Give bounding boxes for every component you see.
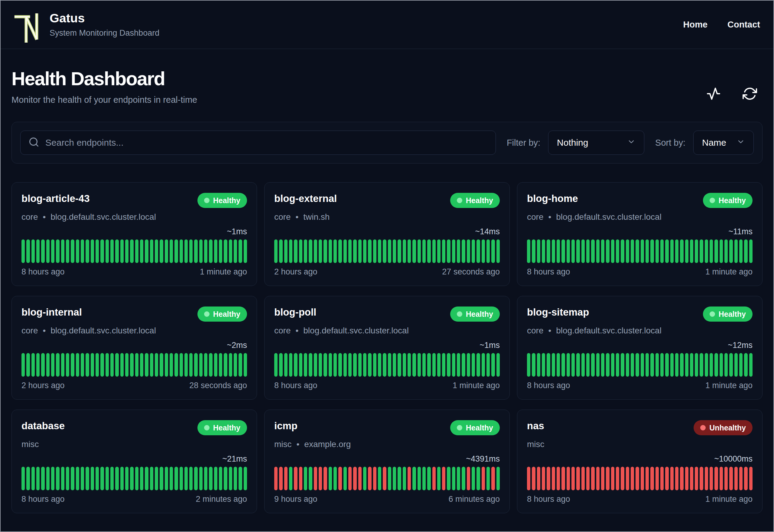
status-bar[interactable] [319, 467, 322, 490]
status-bar[interactable] [209, 239, 212, 263]
status-bar[interactable] [724, 239, 728, 263]
status-bar[interactable] [229, 239, 232, 263]
status-bar[interactable] [383, 239, 386, 263]
status-bar[interactable] [636, 353, 639, 377]
status-bar[interactable] [442, 239, 445, 263]
status-bar[interactable] [472, 239, 475, 263]
status-bar[interactable] [749, 353, 753, 377]
status-bar[interactable] [333, 353, 337, 377]
status-bar[interactable] [31, 353, 35, 377]
status-bar[interactable] [680, 467, 683, 490]
status-bar[interactable] [596, 239, 600, 263]
status-bar[interactable] [294, 467, 297, 490]
status-bar[interactable] [66, 467, 69, 490]
status-bar[interactable] [724, 467, 728, 490]
status-bar[interactable] [596, 353, 600, 377]
status-bar[interactable] [21, 239, 25, 263]
status-bar[interactable] [591, 353, 594, 377]
status-bar[interactable] [199, 239, 203, 263]
status-bar[interactable] [304, 467, 307, 490]
status-bar[interactable] [734, 239, 738, 263]
status-bar[interactable] [106, 353, 109, 377]
status-bar[interactable] [571, 353, 575, 377]
status-bar[interactable] [744, 353, 747, 377]
status-bar[interactable] [329, 239, 332, 263]
status-bar[interactable] [96, 467, 99, 490]
status-bar[interactable] [373, 239, 376, 263]
status-bar[interactable] [209, 353, 212, 377]
endpoint-card[interactable]: blog-external Healthy core • twin.sh ~14… [264, 182, 510, 286]
status-bar[interactable] [665, 467, 668, 490]
status-bar[interactable] [571, 467, 575, 490]
status-bar[interactable] [373, 353, 376, 377]
status-bar[interactable] [368, 353, 371, 377]
status-bar[interactable] [532, 353, 535, 377]
status-bar[interactable] [586, 467, 590, 490]
status-bar[interactable] [199, 467, 203, 490]
status-bar[interactable] [358, 467, 362, 490]
status-bar[interactable] [160, 353, 163, 377]
status-bar[interactable] [412, 353, 416, 377]
status-bar[interactable] [31, 239, 35, 263]
status-bar[interactable] [284, 353, 288, 377]
status-bar[interactable] [437, 353, 441, 377]
status-bar[interactable] [576, 239, 580, 263]
status-bar[interactable] [135, 239, 138, 263]
status-bar[interactable] [140, 239, 143, 263]
status-bar[interactable] [319, 353, 322, 377]
status-bar[interactable] [194, 353, 197, 377]
status-bar[interactable] [744, 467, 747, 490]
status-bar[interactable] [388, 239, 391, 263]
status-bar[interactable] [110, 353, 114, 377]
search-input[interactable] [45, 138, 488, 148]
status-bar[interactable] [665, 239, 668, 263]
endpoint-card[interactable]: blog-home Healthy core • blog.default.sv… [517, 182, 763, 286]
status-bar[interactable] [398, 353, 401, 377]
status-bar[interactable] [616, 239, 619, 263]
status-bar[interactable] [36, 467, 40, 490]
status-bar[interactable] [567, 467, 570, 490]
status-bar[interactable] [422, 467, 426, 490]
status-bar[interactable] [641, 353, 644, 377]
status-bar[interactable] [333, 239, 337, 263]
status-bar[interactable] [224, 467, 227, 490]
status-bar[interactable] [46, 239, 50, 263]
status-bar[interactable] [734, 467, 738, 490]
status-bar[interactable] [46, 353, 50, 377]
status-bar[interactable] [100, 239, 104, 263]
status-bar[interactable] [348, 467, 352, 490]
status-bar[interactable] [135, 467, 138, 490]
status-bar[interactable] [100, 353, 104, 377]
status-bar[interactable] [279, 353, 282, 377]
status-bar[interactable] [452, 353, 455, 377]
status-bar[interactable] [427, 239, 431, 263]
status-bar[interactable] [646, 239, 649, 263]
status-bar[interactable] [125, 467, 128, 490]
status-bar[interactable] [294, 353, 297, 377]
status-bar[interactable] [130, 467, 133, 490]
status-bar[interactable] [204, 467, 207, 490]
status-bar[interactable] [462, 353, 465, 377]
status-bar[interactable] [388, 467, 391, 490]
status-bar[interactable] [680, 239, 683, 263]
status-bar[interactable] [56, 353, 59, 377]
status-bar[interactable] [274, 239, 278, 263]
status-bar[interactable] [547, 353, 550, 377]
status-bar[interactable] [184, 239, 188, 263]
status-bar[interactable] [378, 353, 381, 377]
status-bar[interactable] [552, 239, 555, 263]
status-bar[interactable] [646, 353, 649, 377]
status-bar[interactable] [229, 353, 232, 377]
status-bar[interactable] [650, 467, 654, 490]
status-bar[interactable] [155, 239, 158, 263]
status-bar[interactable] [66, 239, 69, 263]
status-bar[interactable] [155, 467, 158, 490]
status-bar[interactable] [96, 239, 99, 263]
status-bar[interactable] [91, 239, 94, 263]
status-bar[interactable] [174, 353, 178, 377]
status-bar[interactable] [486, 239, 490, 263]
status-bar[interactable] [403, 239, 406, 263]
status-bar[interactable] [646, 467, 649, 490]
status-bar[interactable] [749, 467, 753, 490]
status-bar[interactable] [289, 467, 292, 490]
